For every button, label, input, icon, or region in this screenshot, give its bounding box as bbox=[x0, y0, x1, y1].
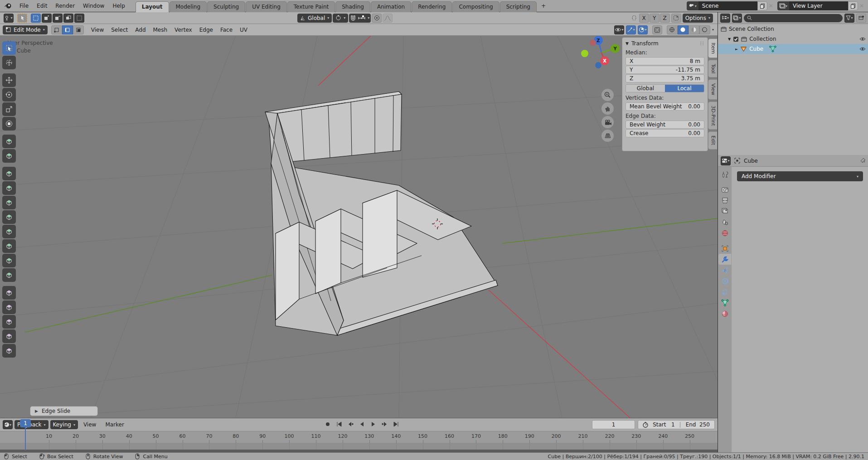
viewport-menu-vertex[interactable]: Vertex bbox=[171, 24, 196, 36]
annotate-tool-button[interactable] bbox=[2, 135, 16, 148]
spin-tool-button[interactable] bbox=[2, 268, 16, 282]
timeline-track-area[interactable] bbox=[0, 443, 718, 450]
shrink-fatten-tool-button[interactable] bbox=[2, 315, 16, 329]
shading-rendered-icon[interactable] bbox=[699, 25, 710, 34]
collection-visibility-eye-icon[interactable] bbox=[859, 37, 866, 41]
properties-tab-material[interactable] bbox=[718, 308, 731, 319]
end-frame-field[interactable]: End 250 bbox=[686, 421, 710, 428]
sidebar-tab-view[interactable]: View bbox=[708, 79, 717, 99]
menu-help[interactable]: Help bbox=[108, 0, 129, 12]
outliner-row-scene-collection[interactable]: Scene Collection bbox=[718, 24, 868, 34]
mode-dropdown[interactable]: Edit Mode▾ bbox=[3, 25, 48, 34]
add-cube-tool-button[interactable] bbox=[2, 167, 16, 180]
panel-grip-icon[interactable]: ⁞⁞ bbox=[700, 40, 704, 47]
knife-tool-button[interactable] bbox=[2, 239, 16, 253]
prev-keyframe-button[interactable] bbox=[345, 420, 355, 429]
outliner-search-input[interactable] bbox=[744, 14, 843, 22]
camera-view-icon[interactable] bbox=[601, 116, 614, 128]
properties-tab-view-layer[interactable] bbox=[718, 206, 731, 217]
proportional-editing-icon[interactable] bbox=[372, 14, 382, 23]
workspace-tab-animation[interactable]: Animation bbox=[371, 1, 411, 12]
outliner-row-cube[interactable]: ► Cube bbox=[718, 44, 868, 54]
properties-tab-scene[interactable] bbox=[718, 217, 731, 228]
shading-solid-icon[interactable] bbox=[678, 25, 689, 34]
next-keyframe-button[interactable] bbox=[379, 420, 389, 429]
viewport-menu-edge[interactable]: Edge bbox=[196, 24, 217, 36]
zoom-icon[interactable] bbox=[601, 89, 614, 101]
properties-editor-type-icon[interactable]: ▾ bbox=[721, 156, 731, 165]
filter-funnel-icon[interactable]: ▾ bbox=[844, 14, 854, 23]
viewport-menu-mesh[interactable]: Mesh bbox=[150, 24, 171, 36]
active-tool-indicator[interactable] bbox=[17, 14, 27, 23]
keying-menu[interactable]: Keying▾ bbox=[50, 420, 78, 429]
sidebar-tab-tool[interactable]: Tool bbox=[708, 60, 717, 77]
properties-tab-output[interactable] bbox=[718, 195, 731, 206]
cursor-tool-button[interactable] bbox=[2, 56, 16, 69]
current-frame-indicator[interactable]: 1 bbox=[20, 419, 31, 427]
pin-icon[interactable] bbox=[860, 158, 866, 164]
collection-checkbox[interactable] bbox=[733, 36, 739, 42]
play-reverse-button[interactable] bbox=[357, 420, 367, 429]
measure-tool-button[interactable] bbox=[2, 149, 16, 163]
options-dropdown[interactable]: Options▾ bbox=[683, 14, 713, 23]
bevel-tool-button[interactable] bbox=[2, 210, 16, 224]
face-select-mode-button[interactable] bbox=[73, 25, 84, 34]
pan-hand-icon[interactable] bbox=[601, 102, 614, 115]
shading-wireframe-icon[interactable] bbox=[667, 25, 678, 34]
sidebar-tab-3d-print[interactable]: 3D-Print bbox=[708, 102, 717, 130]
properties-tab-particles[interactable] bbox=[718, 265, 731, 276]
snap-base-icon[interactable] bbox=[671, 14, 681, 23]
median-x-field[interactable]: X8 m bbox=[626, 57, 704, 65]
select-invert-icon[interactable] bbox=[63, 14, 73, 23]
blender-logo-icon[interactable] bbox=[0, 3, 15, 9]
jump-end-button[interactable] bbox=[391, 420, 401, 429]
transform-tool-button[interactable] bbox=[2, 117, 16, 131]
workspace-tab-compositing[interactable]: Compositing bbox=[452, 1, 499, 12]
smooth-tool-button[interactable] bbox=[2, 286, 16, 300]
properties-tab-object-data[interactable] bbox=[718, 297, 731, 308]
record-button[interactable] bbox=[323, 420, 333, 429]
play-button[interactable] bbox=[368, 420, 378, 429]
transform-orientation-dropdown[interactable]: Global▾ bbox=[297, 14, 332, 23]
xray-toggle-icon[interactable] bbox=[652, 25, 662, 34]
cube-visibility-eye-icon[interactable] bbox=[859, 47, 866, 51]
crease-field[interactable]: Crease0.00 bbox=[626, 129, 704, 137]
bevel-weight-field[interactable]: Bevel Weight0.00 bbox=[626, 121, 704, 129]
menu-file[interactable]: File bbox=[15, 0, 33, 12]
select-subtract-icon[interactable] bbox=[53, 14, 63, 23]
vertex-select-mode-button[interactable] bbox=[51, 25, 62, 34]
workspace-tab-modeling[interactable]: Modeling bbox=[170, 1, 207, 12]
sidebar-tab-item[interactable]: Item bbox=[708, 39, 717, 58]
properties-tab-constraints[interactable] bbox=[718, 286, 731, 297]
collapse-arrow-icon[interactable]: ▼ bbox=[626, 41, 629, 46]
new-collection-icon[interactable] bbox=[856, 14, 866, 23]
ortho-grid-icon[interactable] bbox=[601, 130, 614, 142]
properties-tab-tool[interactable] bbox=[718, 169, 731, 179]
median-y-field[interactable]: Y-11.75 m bbox=[626, 66, 704, 74]
operator-panel[interactable]: ▶ Edge Slide bbox=[30, 406, 98, 416]
snap-magnet-icon[interactable] bbox=[350, 15, 356, 21]
start-frame-field[interactable]: Start 1 bbox=[653, 421, 674, 428]
snap-target-icon[interactable] bbox=[358, 15, 365, 21]
mirror-y-toggle[interactable]: Y bbox=[650, 14, 659, 23]
outliner-row-collection[interactable]: ▼ Collection bbox=[718, 34, 868, 44]
scale-tool-button[interactable] bbox=[2, 102, 16, 116]
editor-type-button[interactable]: ▾ bbox=[4, 14, 14, 23]
gizmo-toggle-icon[interactable]: ▾ bbox=[626, 25, 636, 34]
edge-select-mode-button[interactable] bbox=[62, 25, 73, 34]
viewport-menu-add[interactable]: Add bbox=[131, 24, 149, 36]
add-workspace-button[interactable]: + bbox=[537, 1, 550, 10]
workspace-tab-texture-paint[interactable]: Texture Paint bbox=[287, 1, 335, 12]
global-toggle-button[interactable]: Global bbox=[626, 85, 665, 92]
mirror-x-toggle[interactable]: X bbox=[639, 14, 649, 23]
poly-build-tool-button[interactable] bbox=[2, 254, 16, 267]
viewport-menu-uv[interactable]: UV bbox=[236, 24, 251, 36]
viewport-3d[interactable]: Edit Mode▾ ViewSelectAddMeshVertexEdgeFa… bbox=[0, 24, 718, 418]
select-extend-icon[interactable] bbox=[42, 14, 52, 23]
rip-region-tool-button[interactable] bbox=[2, 344, 16, 358]
properties-tab-object[interactable] bbox=[718, 243, 731, 254]
viewport-menu-select[interactable]: Select bbox=[107, 24, 131, 36]
playhead[interactable] bbox=[25, 427, 26, 450]
shading-material-icon[interactable] bbox=[689, 25, 699, 34]
view-layer-browse-button[interactable]: ▾ bbox=[777, 1, 789, 10]
